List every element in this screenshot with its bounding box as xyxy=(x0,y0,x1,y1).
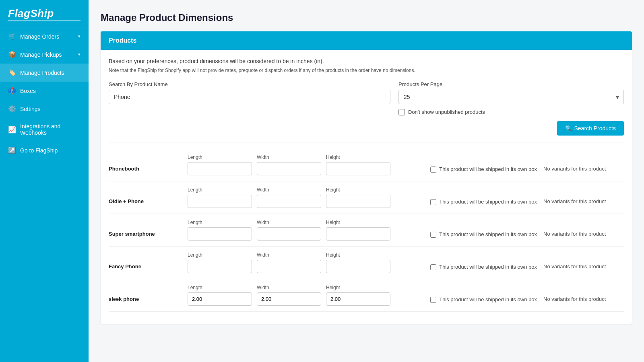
own-box-label-1: This product will be shipped in its own … xyxy=(439,198,537,206)
table-row: sleek phone Length Width Height This pro… xyxy=(109,279,624,312)
own-box-checkbox-4[interactable] xyxy=(430,297,436,303)
width-group-0: Width xyxy=(257,154,321,175)
sidebar-item-settings[interactable]: ⚙️ Settings xyxy=(0,100,89,118)
chevron-down-icon: ▾ xyxy=(78,52,80,57)
sidebar-item-integrations[interactable]: 📈 Integrations and Webhooks xyxy=(0,118,89,141)
width-input-4[interactable] xyxy=(257,292,321,306)
per-page-group: Products Per Page 10 25 50 100 ▾ Don't s… xyxy=(398,81,624,115)
search-input[interactable] xyxy=(109,90,390,104)
product-dimensions-3: Length Width Height xyxy=(188,252,424,273)
sidebar-item-label: Go to FlagShip xyxy=(20,147,80,154)
length-group-3: Length xyxy=(188,252,252,273)
sidebar-item-label: Integrations and Webhooks xyxy=(20,123,80,136)
card-header: Products xyxy=(101,31,632,50)
unpublished-checkbox[interactable] xyxy=(398,109,405,115)
variants-col-0: No variants for this product xyxy=(543,154,624,172)
length-input-3[interactable] xyxy=(188,260,252,273)
sidebar-nav: 🛒 Manage Orders ▾ 📦 Manage Pickups ▾ 🏷️ … xyxy=(0,27,89,159)
note-text: Note that the FlagShip for Shopify app w… xyxy=(109,68,624,73)
length-input-4[interactable] xyxy=(188,292,252,306)
height-group-2: Height xyxy=(326,220,390,241)
package-icon: 📦 xyxy=(8,51,16,58)
width-label-1: Width xyxy=(257,187,321,193)
main-content: Manage Product Dimensions Products Based… xyxy=(89,0,644,362)
product-dimensions-2: Length Width Height xyxy=(188,220,424,241)
sidebar-item-manage-products[interactable]: 🏷️ Manage Products xyxy=(0,64,89,82)
width-label-2: Width xyxy=(257,220,321,225)
length-group-2: Length xyxy=(188,220,252,241)
search-button-label: Search Products xyxy=(574,125,616,132)
height-input-0[interactable] xyxy=(326,162,390,175)
unpublished-label: Don't show unpublished products xyxy=(408,109,485,115)
product-dimensions-1: Length Width Height xyxy=(188,187,424,208)
sidebar-item-label: Settings xyxy=(20,106,80,112)
own-box-col-4: This product will be shipped in its own … xyxy=(430,285,537,303)
height-input-3[interactable] xyxy=(326,260,390,273)
sidebar-item-boxes[interactable]: 📫 Boxes xyxy=(0,82,89,100)
length-label-0: Length xyxy=(188,154,252,160)
sidebar-item-manage-pickups[interactable]: 📦 Manage Pickups ▾ xyxy=(0,45,89,64)
width-label-3: Width xyxy=(257,252,321,258)
width-input-3[interactable] xyxy=(257,260,321,273)
height-group-4: Height xyxy=(326,285,390,306)
own-box-label-4: This product will be shipped in its own … xyxy=(439,296,537,303)
width-group-1: Width xyxy=(257,187,321,208)
width-group-3: Width xyxy=(257,252,321,273)
own-box-col-1: This product will be shipped in its own … xyxy=(430,187,537,206)
own-box-checkbox-1[interactable] xyxy=(430,199,436,205)
own-box-checkbox-2[interactable] xyxy=(430,232,436,238)
search-group: Search By Product Name xyxy=(109,81,390,104)
height-group-3: Height xyxy=(326,252,390,273)
sidebar-item-label: Manage Pickups xyxy=(20,51,74,58)
page-title: Manage Product Dimensions xyxy=(101,12,632,23)
length-input-0[interactable] xyxy=(188,162,252,175)
card-header-title: Products xyxy=(109,37,136,44)
sidebar: FlagShip 🛒 Manage Orders ▾ 📦 Manage Pick… xyxy=(0,0,89,362)
own-box-col-3: This product will be shipped in its own … xyxy=(430,252,537,271)
per-page-select-wrapper: 10 25 50 100 ▾ xyxy=(398,90,624,104)
own-box-checkbox-3[interactable] xyxy=(430,264,436,270)
chevron-down-icon: ▾ xyxy=(78,34,80,39)
logo-underline xyxy=(8,21,80,21)
height-label-0: Height xyxy=(326,154,390,160)
height-label-1: Height xyxy=(326,187,390,193)
length-label-2: Length xyxy=(188,220,252,225)
search-filter-row: Search By Product Name Products Per Page… xyxy=(109,81,624,115)
sidebar-item-label: Manage Products xyxy=(20,70,80,76)
sidebar-item-manage-orders[interactable]: 🛒 Manage Orders ▾ xyxy=(0,27,89,45)
gear-icon: ⚙️ xyxy=(8,105,16,113)
variants-col-1: No variants for this product xyxy=(543,187,624,204)
products-card: Products Based on your preferences, prod… xyxy=(101,31,632,324)
height-label-4: Height xyxy=(326,285,390,290)
product-name-2: Super smartphone xyxy=(109,220,181,237)
sidebar-item-label: Boxes xyxy=(20,88,80,94)
own-box-label-2: This product will be shipped in its own … xyxy=(439,231,537,238)
length-label-1: Length xyxy=(188,187,252,193)
search-label: Search By Product Name xyxy=(109,81,390,87)
card-body: Based on your preferences, product dimen… xyxy=(101,50,632,324)
height-input-1[interactable] xyxy=(326,195,390,208)
height-input-4[interactable] xyxy=(326,292,390,306)
width-input-0[interactable] xyxy=(257,162,321,175)
search-products-button[interactable]: 🔍 Search Products xyxy=(557,121,624,136)
width-input-1[interactable] xyxy=(257,195,321,208)
per-page-select[interactable]: 10 25 50 100 xyxy=(398,90,624,104)
table-row: Oldie + Phone Length Width Height This p… xyxy=(109,181,624,214)
width-group-2: Width xyxy=(257,220,321,241)
own-box-checkbox-0[interactable] xyxy=(430,167,436,173)
sidebar-item-label: Manage Orders xyxy=(20,33,74,40)
product-dimensions-4: Length Width Height xyxy=(188,285,424,306)
per-page-label: Products Per Page xyxy=(398,81,624,87)
length-group-1: Length xyxy=(188,187,252,208)
height-input-2[interactable] xyxy=(326,227,390,241)
height-label-2: Height xyxy=(326,220,390,225)
length-input-1[interactable] xyxy=(188,195,252,208)
width-input-2[interactable] xyxy=(257,227,321,241)
width-group-4: Width xyxy=(257,285,321,306)
length-label-3: Length xyxy=(188,252,252,258)
sidebar-item-go-flagship[interactable]: ↗️ Go to FlagShip xyxy=(0,141,89,159)
product-name-0: Phonebooth xyxy=(109,154,181,172)
length-input-2[interactable] xyxy=(188,227,252,241)
length-group-4: Length xyxy=(188,285,252,306)
variants-col-4: No variants for this product xyxy=(543,285,624,302)
